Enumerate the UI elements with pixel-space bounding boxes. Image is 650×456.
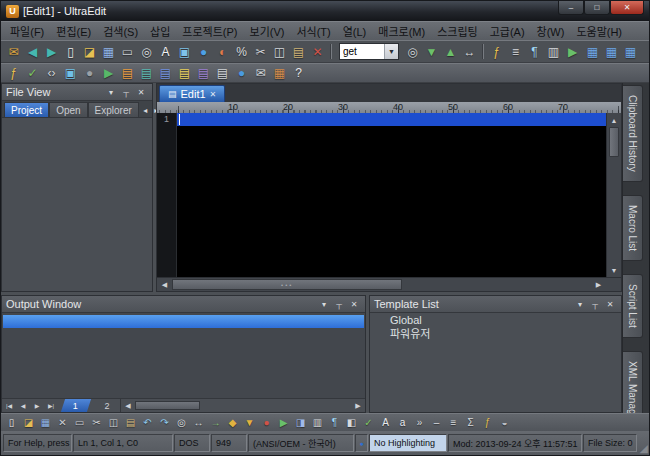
pin-icon[interactable]: ┬ (332, 298, 346, 311)
spell-check-icon[interactable]: ✓ (360, 415, 377, 431)
scroll-right-icon[interactable]: ▶ (351, 399, 365, 412)
output-scroll-thumb[interactable] (135, 401, 200, 410)
layout-grid-1-icon[interactable]: ▦ (583, 42, 602, 61)
next-bookmark-icon[interactable]: ▼ (241, 415, 258, 431)
help-icon[interactable]: ? (289, 64, 308, 83)
column-mode-icon[interactable]: ▥ (309, 415, 326, 431)
maximize-button[interactable]: □ (584, 1, 610, 15)
고급-a-menu[interactable]: 고급(A) (484, 21, 531, 41)
save-icon[interactable]: ▦ (37, 415, 54, 431)
편집-e-menu[interactable]: 편집(E) (50, 21, 97, 41)
tab-close-icon[interactable]: ✕ (210, 90, 217, 99)
global-template-item[interactable]: Global (370, 313, 621, 327)
uppercase-icon[interactable]: A (377, 415, 394, 431)
replace-icon[interactable]: ↔ (460, 42, 479, 61)
mail-icon[interactable]: ✉ (4, 42, 23, 61)
print-icon[interactable]: ▭ (71, 415, 88, 431)
find-next-icon[interactable]: ▼ (422, 42, 441, 61)
검색-s-menu[interactable]: 검색(S) (97, 21, 144, 41)
sort-icon[interactable]: ≡ (445, 415, 462, 431)
document-tab-edit1[interactable]: ▤ Edit1 ✕ (159, 85, 225, 102)
파워유저-template-item[interactable]: 파워유저 (370, 327, 621, 341)
output-tab-1[interactable]: 1 (61, 399, 91, 412)
media-play-icon[interactable]: ▶ (99, 64, 118, 83)
percent-icon[interactable]: % (232, 42, 251, 61)
pin-icon[interactable]: ┬ (588, 298, 602, 311)
output-window-header[interactable]: Output Window ▾ ┬ ✕ (2, 296, 365, 313)
close-icon[interactable]: ✕ (347, 298, 361, 311)
encoding-status[interactable]: (ANSI/OEM - 한국어) (248, 434, 354, 452)
cut-icon[interactable]: ✂ (88, 415, 105, 431)
find-in-files-icon[interactable]: ◎ (403, 42, 422, 61)
macro-play-icon[interactable]: ▶ (563, 42, 582, 61)
macro-list-tab[interactable]: Macro List (623, 195, 643, 261)
scroll-right-icon[interactable]: ▶ (591, 278, 606, 291)
스크립팅-menu[interactable]: 스크립팅 (431, 21, 483, 41)
clipboard-history-tab[interactable]: Clipboard History (623, 85, 643, 182)
chevron-down-icon[interactable]: ▼ (384, 44, 398, 59)
macro-play-icon[interactable]: ▶ (275, 415, 292, 431)
layout-grid-2-icon[interactable]: ▦ (602, 42, 621, 61)
settings-icon[interactable]: ◒ (496, 415, 513, 431)
매크로-m-menu[interactable]: 매크로(M) (372, 21, 431, 41)
scroll-left-icon[interactable]: ◀ (157, 278, 172, 291)
창-w-menu[interactable]: 창(W) (531, 21, 571, 41)
color-palette-icon[interactable]: ◐ (213, 42, 232, 61)
열-l-menu[interactable]: 열(L) (337, 21, 373, 41)
line-number-gutter[interactable]: 1 (157, 113, 177, 277)
find-icon[interactable]: ◎ (173, 415, 190, 431)
new-file-icon[interactable]: ▯ (61, 42, 80, 61)
globe-icon[interactable]: ● (232, 64, 251, 83)
tabs-to-spaces-icon[interactable]: » (411, 415, 428, 431)
output-horizontal-scrollbar[interactable]: ◀ ▶ (120, 399, 365, 412)
horizontal-scrollbar[interactable]: ◀ ••• ▶ (157, 277, 621, 291)
html-tag-icon[interactable]: ▣ (175, 42, 194, 61)
tab-scroll-left-icon[interactable]: ◂ (140, 104, 151, 117)
word-wrap-icon[interactable]: ¶ (525, 42, 544, 61)
copy-icon[interactable]: ◫ (270, 42, 289, 61)
tag-list-icon[interactable]: ≡ (506, 42, 525, 61)
tab-explorer[interactable]: Explorer (88, 102, 139, 117)
function-list-icon[interactable]: ƒ (487, 42, 506, 61)
xml-file-icon[interactable]: ▤ (137, 64, 156, 83)
paste-icon[interactable]: ▤ (122, 415, 139, 431)
layout-grid-3-icon[interactable]: ▦ (621, 42, 640, 61)
editor-canvas[interactable] (177, 113, 606, 277)
close-icon[interactable]: ✕ (134, 86, 148, 99)
back-icon[interactable]: ◀ (23, 42, 42, 61)
삽입-menu[interactable]: 삽입 (144, 21, 176, 41)
word-wrap-icon[interactable]: ¶ (326, 415, 343, 431)
panel-menu-icon[interactable]: ▾ (104, 86, 118, 99)
redo-icon[interactable]: ↷ (156, 415, 173, 431)
css-file-icon[interactable]: ▤ (156, 64, 175, 83)
파일-f-menu[interactable]: 파일(F) (4, 21, 50, 41)
trim-spaces-icon[interactable]: – (428, 415, 445, 431)
도움말-h-menu[interactable]: 도움말(H) (570, 21, 628, 41)
titlebar[interactable]: U [Edit1] - UltraEdit – □ ✕ (1, 1, 649, 21)
lowercase-icon[interactable]: a (394, 415, 411, 431)
camera-icon[interactable]: ● (80, 64, 99, 83)
prev-output-tab-icon[interactable]: ◀ (16, 399, 30, 412)
search-combo-input[interactable] (340, 44, 384, 59)
scheme-icon[interactable]: ƒ (4, 64, 23, 83)
보기-v-menu[interactable]: 보기(V) (244, 21, 291, 41)
scroll-down-icon[interactable]: ▼ (607, 263, 621, 277)
open-file-icon[interactable]: ◪ (80, 42, 99, 61)
save-icon[interactable]: ▦ (99, 42, 118, 61)
tags-icon[interactable]: ‹› (42, 64, 61, 83)
caret-position-status[interactable]: Ln 1, Col 1, C0 (73, 434, 173, 452)
open-file-icon[interactable]: ◪ (20, 415, 37, 431)
browser-view-icon[interactable]: ● (194, 42, 213, 61)
delete-icon[interactable]: ✕ (308, 42, 327, 61)
new-file-icon[interactable]: ▯ (3, 415, 20, 431)
resize-grip-icon[interactable]: ◢ (640, 443, 648, 454)
output-scroll-track[interactable] (135, 400, 351, 411)
서식-t-menu[interactable]: 서식(T) (290, 21, 336, 41)
horizontal-scroll-track[interactable]: ••• (172, 278, 591, 291)
프로젝트-p-menu[interactable]: 프로젝트(P) (176, 21, 243, 41)
output-content[interactable] (2, 313, 365, 398)
codepage-status[interactable]: 949 (211, 434, 247, 452)
spell-check-icon[interactable]: ✓ (23, 64, 42, 83)
vertical-scrollbar[interactable]: ▲ ▼ (606, 113, 621, 277)
script-list-tab[interactable]: Script List (623, 274, 643, 338)
